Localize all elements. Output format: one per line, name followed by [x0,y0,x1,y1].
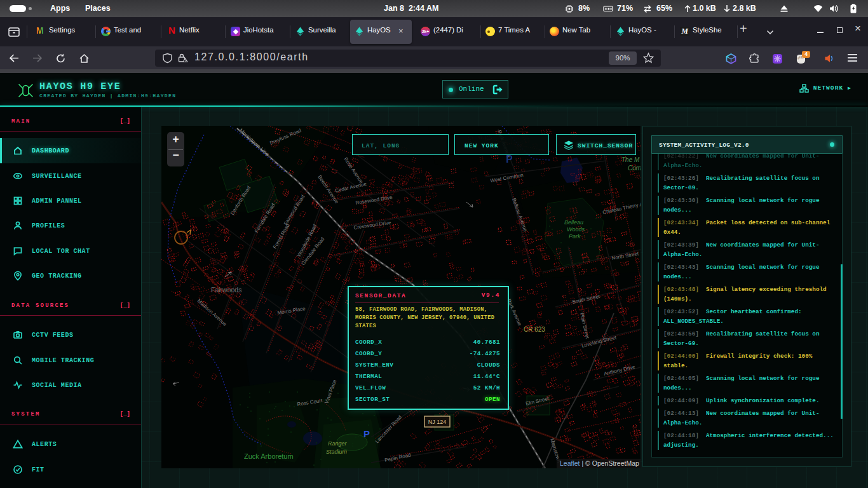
svg-text:Leaflet | © OpenStreetMap: Leaflet | © OpenStreetMap [560,459,639,467]
svg-text:Ranger: Ranger [328,440,348,447]
svg-text:Zuck Arboretum: Zuck Arboretum [244,452,294,460]
svg-text:CR 623: CR 623 [524,326,545,333]
svg-text:Fairwoods: Fairwoods [211,286,241,294]
svg-text:Stadium: Stadium [326,449,348,455]
svg-text:Park: Park [569,233,581,240]
svg-text:P: P [363,428,370,439]
svg-text:P: P [506,154,513,165]
svg-text:Belleau: Belleau [564,219,583,226]
svg-text:Com: Com [628,165,641,172]
svg-text:Woods: Woods [567,226,585,233]
svg-text:NJ 124: NJ 124 [428,419,447,425]
svg-text:The M: The M [621,156,640,163]
